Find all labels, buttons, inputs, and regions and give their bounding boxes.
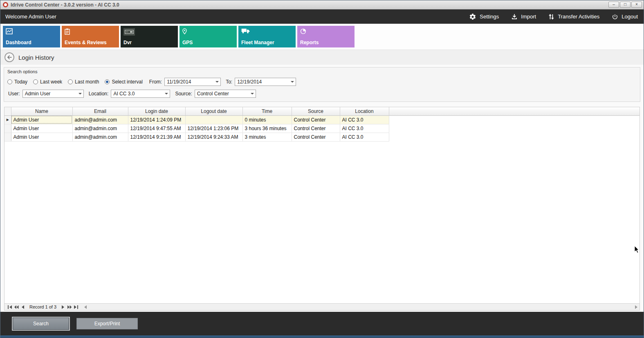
column-header-source[interactable]: Source (292, 107, 340, 115)
source-value: Control Center (195, 91, 249, 97)
clipboard-icon (65, 28, 70, 35)
to-label: To: (226, 79, 232, 85)
radio-last-month[interactable]: Last month (68, 79, 99, 85)
table-row[interactable]: ▶ Admin User admin@admin.com 12/19/2014 … (4, 115, 640, 124)
search-options-panel: Search options Today Last week Last mont… (4, 67, 640, 102)
next-page-button[interactable] (66, 304, 73, 310)
cell-name[interactable]: Admin User (11, 115, 72, 124)
tile-label: Reports (300, 40, 319, 45)
cell-source[interactable]: Control Center (292, 133, 340, 141)
search-button[interactable]: Search (13, 318, 69, 330)
maximize-button[interactable]: □ (620, 2, 631, 8)
cell-name[interactable]: Admin User (11, 124, 72, 133)
cell-logout-date[interactable]: 12/19/2014 9:24:33 AM (185, 133, 242, 141)
tab-events-reviews[interactable]: Events & Reviews (62, 26, 119, 47)
cell-location[interactable]: AI CC 3.0 (340, 133, 389, 141)
user-label: User: (8, 91, 20, 97)
column-header-time[interactable]: Time (242, 107, 292, 115)
cell-location[interactable]: AI CC 3.0 (340, 124, 389, 133)
to-date-combobox[interactable]: 12/19/2014 (235, 78, 296, 86)
chevron-down-icon[interactable] (249, 90, 256, 97)
user-combobox[interactable]: Admin User (22, 90, 84, 98)
record-count-text: Record 1 of 3 (29, 304, 56, 309)
chevron-down-icon[interactable] (77, 90, 83, 97)
settings-button[interactable]: Settings (469, 13, 499, 20)
last-record-button[interactable] (73, 304, 79, 310)
source-combobox[interactable]: Control Center (195, 90, 256, 98)
cell-email[interactable]: admin@admin.com (72, 115, 128, 124)
radio-select-interval[interactable]: Select interval (105, 79, 142, 85)
table-row[interactable]: Admin User admin@admin.com 12/19/2014 9:… (4, 124, 640, 133)
topbar: Welcome Admin User Settings Import Trans… (0, 9, 644, 24)
tab-gps[interactable]: GPS (180, 26, 237, 47)
cell-name[interactable]: Admin User (11, 133, 72, 141)
column-header-login-date[interactable]: Login date (128, 107, 185, 115)
record-navigator: Record 1 of 3 (4, 303, 640, 310)
login-history-table: Name Email Login date Logout date Time S… (4, 107, 640, 142)
import-button[interactable]: Import (511, 14, 536, 20)
tab-fleet-manager[interactable]: Fleet Manager (238, 26, 296, 47)
column-header-logout-date[interactable]: Logout date (185, 107, 242, 115)
settings-label: Settings (480, 14, 499, 20)
cell-login-date[interactable]: 12/19/2014 9:47:55 AM (128, 124, 185, 133)
cell-login-date[interactable]: 12/19/2014 9:21:39 AM (128, 133, 185, 141)
pie-chart-icon (300, 28, 306, 34)
tab-dashboard[interactable]: Dashboard (3, 26, 60, 47)
column-header-location[interactable]: Location (340, 107, 389, 115)
tab-reports[interactable]: Reports (297, 26, 355, 47)
from-date-combobox[interactable]: 11/19/2014 (164, 78, 221, 86)
titlebar: Idrive Control Center - 3.0.2 version - … (0, 0, 644, 9)
radio-circle-icon (105, 79, 110, 84)
logout-button[interactable]: Logout (612, 14, 638, 20)
radio-today[interactable]: Today (7, 79, 27, 85)
radio-circle-icon (33, 79, 38, 84)
next-record-button[interactable] (60, 304, 66, 310)
cell-logout-date[interactable] (185, 115, 242, 124)
prev-record-button[interactable] (20, 304, 26, 310)
column-header-email[interactable]: Email (72, 107, 128, 115)
prev-page-button[interactable] (13, 304, 20, 310)
transfer-activities-button[interactable]: Transfer Activities (548, 14, 599, 20)
chevron-down-icon[interactable] (289, 78, 296, 86)
radio-last-week[interactable]: Last week (33, 79, 62, 85)
chevron-down-icon[interactable] (214, 78, 220, 86)
back-button[interactable] (4, 52, 14, 62)
from-date-value: 11/19/2014 (165, 79, 214, 85)
cell-time[interactable]: 0 minutes (242, 115, 292, 124)
chevron-down-icon[interactable] (163, 90, 170, 97)
column-header-filler (389, 107, 640, 115)
minimize-button[interactable]: – (608, 2, 619, 8)
row-marker-icon: ▶ (4, 115, 11, 124)
tab-dvr[interactable]: Dvr (121, 26, 178, 47)
location-combobox[interactable]: AI CC 3.0 (111, 90, 170, 98)
cell-location[interactable]: AI CC 3.0 (340, 115, 389, 124)
cell-time[interactable]: 3 hours 36 minutes (242, 124, 292, 133)
horizontal-scrollbar[interactable] (84, 305, 637, 309)
cell-logout-date[interactable]: 12/19/2014 1:23:06 PM (185, 124, 242, 133)
import-label: Import (521, 14, 536, 20)
footer-action-bar: Search Export/Print (0, 312, 644, 336)
search-options-legend: Search options (7, 69, 637, 74)
export-print-button[interactable]: Export/Print (76, 318, 138, 329)
first-record-button[interactable] (7, 304, 13, 310)
line-chart-icon (6, 28, 13, 34)
transfer-arrows-icon (548, 14, 554, 20)
cell-email[interactable]: admin@admin.com (72, 133, 128, 141)
window-title: Idrive Control Center - 3.0.2 version - … (11, 2, 119, 8)
cell-source[interactable]: Control Center (292, 115, 340, 124)
table-row[interactable]: Admin User admin@admin.com 12/19/2014 9:… (4, 133, 640, 141)
radio-label: Last week (40, 79, 62, 85)
column-header-name[interactable]: Name (11, 107, 72, 115)
location-label: Location: (89, 91, 109, 97)
cell-login-date[interactable]: 12/19/2014 1:24:09 PM (128, 115, 185, 124)
cell-source[interactable]: Control Center (292, 124, 340, 133)
tile-label: Dvr (123, 40, 132, 45)
cell-time[interactable]: 3 minutes (242, 133, 292, 141)
radio-label: Today (14, 79, 27, 85)
arrow-left-icon (7, 55, 12, 60)
page-header: Login History (0, 50, 644, 65)
cell-email[interactable]: admin@admin.com (72, 124, 128, 133)
from-label: From: (149, 79, 162, 85)
close-button[interactable]: × (631, 2, 642, 8)
table-header-row: Name Email Login date Logout date Time S… (4, 107, 640, 115)
